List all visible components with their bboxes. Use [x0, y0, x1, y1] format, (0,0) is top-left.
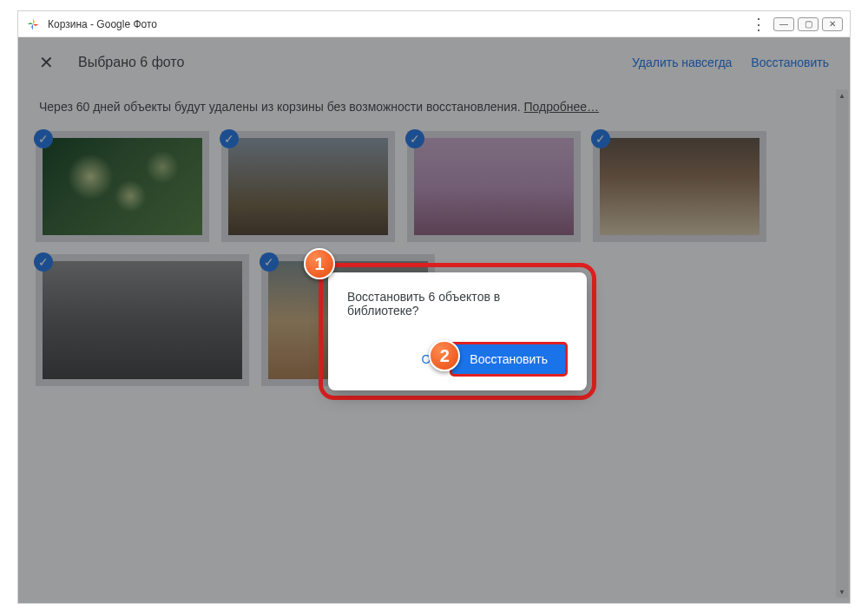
restore-button[interactable]: Восстановить [450, 342, 568, 377]
minimize-button[interactable]: — [773, 17, 794, 31]
close-window-button[interactable]: ✕ [822, 17, 843, 31]
restore-dialog: Восстановить 6 объектов в библиотеке? От… [328, 272, 587, 390]
maximize-button[interactable]: ▢ [798, 17, 819, 31]
window-frame: Корзина - Google Фото ⋮ — ▢ ✕ ✕ Выбрано … [17, 10, 851, 604]
menu-dots-icon[interactable]: ⋮ [744, 15, 773, 34]
content-area: ✕ Выбрано 6 фото Удалить навсегда Восста… [18, 37, 850, 603]
dialog-question: Восстановить 6 объектов в библиотеке? [347, 290, 568, 318]
dialog-buttons: Отм 2 Восстановить [347, 342, 568, 377]
window-title: Корзина - Google Фото [48, 18, 744, 30]
app-logo-icon [25, 16, 41, 32]
dialog-highlight: 1 Восстановить 6 объектов в библиотеке? … [319, 263, 596, 400]
window-controls: — ▢ ✕ [773, 17, 843, 31]
titlebar: Корзина - Google Фото ⋮ — ▢ ✕ [18, 11, 850, 37]
step-badge-1: 1 [304, 248, 335, 279]
